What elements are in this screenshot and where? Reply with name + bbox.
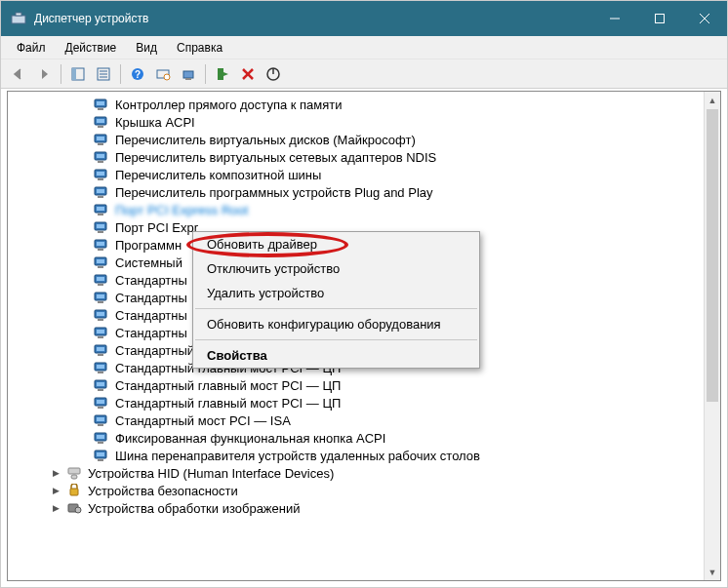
- forward-button[interactable]: [32, 62, 56, 86]
- svg-rect-17: [185, 78, 191, 80]
- device-label: Системный: [115, 255, 182, 270]
- device-category[interactable]: ▶Устройства безопасности: [8, 482, 720, 499]
- svg-rect-51: [98, 266, 103, 268]
- expand-icon[interactable]: ▶: [49, 484, 62, 497]
- device-item[interactable]: Порт PCI Express Root: [8, 201, 720, 218]
- svg-rect-69: [98, 372, 103, 373]
- svg-rect-72: [98, 389, 103, 391]
- device-item[interactable]: Крышка ACPI: [8, 113, 720, 131]
- category-label: Устройства обработки изображений: [88, 501, 301, 516]
- svg-rect-48: [98, 249, 103, 251]
- svg-rect-32: [97, 154, 104, 158]
- menu-view[interactable]: Вид: [126, 38, 167, 58]
- svg-rect-85: [68, 468, 80, 474]
- back-button[interactable]: [7, 62, 30, 86]
- svg-rect-57: [98, 301, 103, 303]
- ctx-properties[interactable]: Свойства: [193, 343, 479, 368]
- svg-rect-56: [97, 294, 104, 298]
- titlebar: Диспетчер устройств: [1, 1, 727, 36]
- device-item[interactable]: Фиксированная функциональная кнопка ACPI: [8, 429, 720, 447]
- scan-hardware-button[interactable]: [151, 62, 175, 86]
- uninstall-button[interactable]: [236, 62, 260, 86]
- show-hide-tree-button[interactable]: [66, 62, 90, 86]
- ctx-uninstall-device[interactable]: Удалить устройство: [193, 281, 479, 305]
- help-button[interactable]: ?: [126, 62, 149, 86]
- context-menu: Обновить драйвер Отключить устройство Уд…: [192, 231, 480, 369]
- device-item[interactable]: Стандартный главный мост PCI — ЦП: [8, 394, 720, 412]
- device-label: Стандартны: [115, 291, 187, 305]
- svg-rect-87: [70, 489, 78, 495]
- svg-rect-36: [98, 178, 103, 180]
- svg-text:?: ?: [135, 69, 141, 80]
- expand-icon[interactable]: ▶: [49, 466, 62, 480]
- ctx-disable-device[interactable]: Отключить устройство: [193, 256, 479, 281]
- svg-rect-44: [97, 224, 104, 228]
- scrollbar[interactable]: ▲ ▼: [704, 92, 720, 580]
- ctx-scan-hardware[interactable]: Обновить конфигурацию оборудования: [193, 312, 479, 336]
- menu-help[interactable]: Справка: [167, 38, 232, 58]
- window-controls: [592, 1, 727, 36]
- svg-rect-63: [98, 336, 103, 338]
- svg-rect-45: [98, 231, 103, 233]
- device-item[interactable]: Контроллер прямого доступа к памяти: [8, 96, 720, 113]
- minimize-button[interactable]: [592, 1, 637, 36]
- device-item[interactable]: Перечислитель программных устройств Plug…: [8, 183, 720, 201]
- svg-rect-62: [97, 330, 104, 333]
- svg-rect-35: [97, 172, 104, 176]
- svg-rect-23: [97, 101, 104, 105]
- enable-device-button[interactable]: [211, 62, 234, 86]
- svg-rect-39: [98, 196, 103, 198]
- device-item[interactable]: Перечислитель виртуальных сетевых адапте…: [8, 148, 720, 166]
- svg-rect-41: [97, 207, 104, 211]
- properties-button[interactable]: [92, 62, 115, 86]
- device-item[interactable]: Шина перенаправителя устройств удаленных…: [8, 447, 720, 464]
- device-label: Перечислитель виртуальных сетевых адапте…: [115, 150, 436, 165]
- device-label: Крышка ACPI: [115, 115, 195, 130]
- ctx-update-driver[interactable]: Обновить драйвер: [193, 232, 479, 256]
- close-button[interactable]: [682, 1, 727, 36]
- svg-rect-0: [12, 16, 25, 23]
- update-driver-button[interactable]: [177, 62, 200, 86]
- menu-file[interactable]: Файл: [7, 38, 56, 58]
- svg-rect-30: [98, 143, 103, 145]
- ctx-separator: [195, 339, 477, 340]
- svg-rect-66: [98, 354, 103, 356]
- scroll-thumb[interactable]: [707, 109, 718, 402]
- device-item[interactable]: Стандартный главный мост PCI — ЦП: [8, 376, 720, 394]
- svg-rect-86: [71, 475, 77, 479]
- menu-action[interactable]: Действие: [56, 38, 127, 58]
- device-category[interactable]: ▶Устройства HID (Human Interface Devices…: [8, 464, 720, 482]
- device-label: Стандартны: [115, 308, 187, 323]
- device-label: Шина перенаправителя устройств удаленных…: [115, 449, 480, 463]
- app-icon: [11, 11, 26, 26]
- device-label: Программн: [115, 238, 182, 253]
- device-item[interactable]: Стандартный мост PCI — ISA: [8, 412, 720, 429]
- scroll-up-button[interactable]: ▲: [705, 92, 720, 108]
- svg-rect-54: [98, 284, 103, 286]
- toolbar-separator: [120, 64, 121, 84]
- svg-rect-33: [98, 161, 103, 163]
- device-label: Перечислитель программных устройств Plug…: [115, 185, 433, 200]
- scroll-down-button[interactable]: ▼: [705, 564, 720, 580]
- device-label: Перечислитель виртуальных дисков (Майкро…: [115, 133, 416, 147]
- category-label: Устройства HID (Human Interface Devices): [88, 466, 334, 481]
- device-label: Стандартный главный мост PCI — ЦП: [115, 396, 341, 411]
- device-label: Стандартны: [115, 326, 187, 340]
- svg-rect-26: [97, 119, 104, 123]
- svg-rect-75: [98, 407, 103, 409]
- svg-point-89: [75, 507, 81, 513]
- device-item[interactable]: Перечислитель виртуальных дисков (Майкро…: [8, 131, 720, 148]
- device-category[interactable]: ▶Устройства обработки изображений: [8, 499, 720, 517]
- svg-rect-29: [97, 137, 104, 140]
- svg-rect-47: [97, 242, 104, 246]
- device-label: Стандартный главный мост PCI — ЦП: [115, 378, 341, 393]
- disable-button[interactable]: [262, 62, 285, 86]
- device-item[interactable]: Перечислитель композитной шины: [8, 166, 720, 183]
- ctx-separator: [195, 308, 477, 309]
- svg-rect-3: [656, 15, 665, 23]
- device-label: Фиксированная функциональная кнопка ACPI: [115, 431, 385, 446]
- device-label: Перечислитель композитной шины: [115, 168, 321, 182]
- maximize-button[interactable]: [637, 1, 682, 36]
- expand-icon[interactable]: ▶: [49, 501, 62, 515]
- svg-rect-7: [72, 68, 76, 80]
